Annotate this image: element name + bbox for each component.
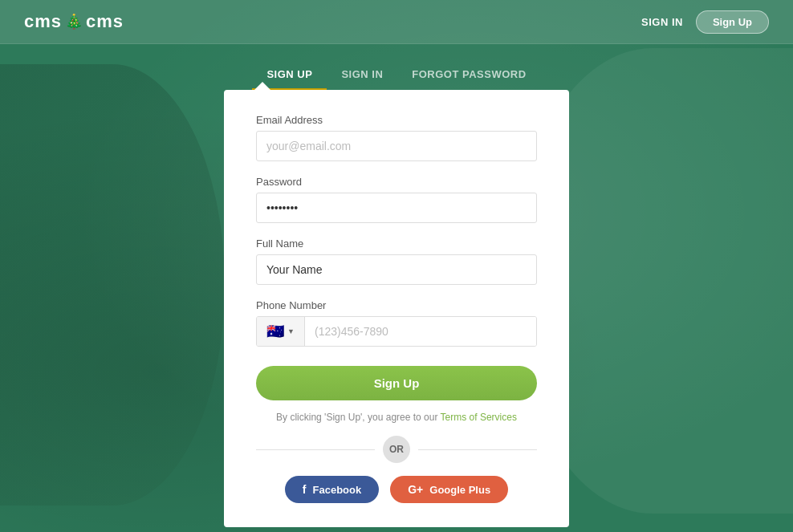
signup-button[interactable]: Sign Up [256,366,537,400]
fullname-input[interactable] [256,254,537,285]
facebook-label: Facebook [313,484,362,496]
terms-text: By clicking 'Sign Up', you agree to our … [256,412,537,423]
logo-christmas-icon: 🎄 [65,13,83,30]
logo: cms 🎄 cms [24,11,124,32]
header-nav: SIGN IN Sign Up [641,10,769,34]
password-label: Password [256,176,537,188]
phone-label: Phone Number [256,299,537,311]
google-button[interactable]: G+ Google Plus [390,476,508,503]
facebook-button[interactable]: f Facebook [285,476,379,503]
or-line-right [418,449,537,450]
logo-text-1: cms [24,11,62,32]
terms-prefix: By clicking 'Sign Up', you agree to our [276,412,437,423]
or-divider: OR [256,436,537,463]
email-label: Email Address [256,114,537,126]
fullname-label: Full Name [256,238,537,250]
google-icon: G+ [408,483,423,496]
or-badge: OR [383,436,410,463]
google-label: Google Plus [429,484,490,496]
phone-wrapper: 🇦🇺 ▼ [256,316,537,347]
page-content: SIGN UP SIGN IN FORGOT PASSWORD Email Ad… [0,44,793,527]
or-line-left [256,449,375,450]
terms-link[interactable]: Terms of Services [441,412,517,423]
email-input[interactable] [256,131,537,161]
header-signin-link[interactable]: SIGN IN [641,16,683,28]
password-group: Password [256,176,537,223]
flag-caret-icon: ▼ [287,327,295,335]
phone-input[interactable] [305,317,536,346]
password-input[interactable] [256,193,537,223]
fullname-group: Full Name [256,238,537,285]
social-buttons: f Facebook G+ Google Plus [256,476,537,503]
tabs: SIGN UP SIGN IN FORGOT PASSWORD [252,60,540,90]
facebook-icon: f [303,483,307,496]
phone-group: Phone Number 🇦🇺 ▼ [256,299,537,347]
flag-icon: 🇦🇺 [266,323,284,340]
logo-text-2: cms [86,11,124,32]
header-signup-button[interactable]: Sign Up [696,10,769,34]
email-group: Email Address [256,114,537,161]
phone-flag-selector[interactable]: 🇦🇺 ▼ [257,317,305,346]
header: cms 🎄 cms SIGN IN Sign Up [0,0,793,44]
tab-forgot[interactable]: FORGOT PASSWORD [397,60,540,90]
signup-form-card: Email Address Password Full Name Phone N… [224,90,569,527]
tab-signin[interactable]: SIGN IN [327,60,397,90]
